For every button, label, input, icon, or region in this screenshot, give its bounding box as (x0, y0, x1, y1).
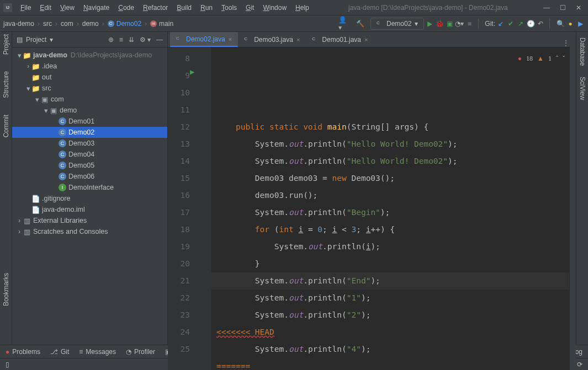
tab-demo01-java[interactable]: CDemo01.java× (306, 33, 374, 47)
left-tab-commit[interactable]: Commit (2, 115, 10, 137)
menu-build[interactable]: Build (173, 2, 195, 13)
git-commit-icon[interactable]: ✔ (506, 19, 515, 28)
tree-gitignore[interactable]: 📄.gitignore (12, 193, 167, 204)
crumb-src[interactable]: src (43, 20, 52, 28)
maximize-icon[interactable]: ☐ (560, 4, 566, 12)
tree-com[interactable]: ▾▣com (12, 94, 167, 105)
code-line-17[interactable]: } (211, 255, 569, 272)
tree-arrow-icon[interactable]: ▾ (42, 106, 50, 115)
code-line-9[interactable]: public static void main(String[] args) { (211, 119, 569, 136)
menu-run[interactable]: Run (197, 2, 216, 13)
menu-edit[interactable]: Edit (36, 2, 55, 13)
minimize-icon[interactable]: — (543, 4, 550, 12)
gutter[interactable]: 8910111213141516171819202122232425 (168, 47, 200, 370)
menu-code[interactable]: Code (114, 2, 138, 13)
tree-iml[interactable]: 📄java-demo.iml (12, 204, 167, 215)
tree-class-demo02[interactable]: CDemo02 (12, 127, 167, 138)
menu-help[interactable]: Help (292, 2, 313, 13)
tree-arrow-icon[interactable]: ▾ (15, 51, 23, 60)
status-icon[interactable]: ▯ (6, 361, 9, 368)
sync-icon[interactable]: ⟳ (577, 361, 582, 368)
tab-demo03-java[interactable]: CDemo03.java× (238, 33, 306, 47)
code-line-10[interactable]: System.out.println("Hello World! Demo02"… (211, 136, 569, 153)
menu-refactor[interactable]: Refactor (139, 2, 172, 13)
code-line-22[interactable]: System.out.println("4"); (211, 341, 569, 358)
crumb-method[interactable]: main (159, 20, 173, 28)
tree-arrow-icon[interactable]: › (15, 228, 23, 235)
debug-icon[interactable]: 🐞 (435, 19, 444, 28)
project-tree[interactable]: ▾📁java-demoD:\IdeaProjects\java-demo›📁.i… (12, 47, 167, 345)
code-line-8[interactable] (211, 101, 569, 119)
menu-tools[interactable]: Tools (218, 2, 241, 13)
tree-out[interactable]: 📁out (12, 72, 167, 83)
ide-settings-icon[interactable]: ● (566, 19, 575, 28)
tool-messages[interactable]: ≡Messages (79, 348, 116, 356)
git-push-icon[interactable]: ↗ (516, 19, 525, 28)
run-config-select[interactable]: C Demo02 ▾ (370, 18, 424, 30)
tree-class-demo01[interactable]: CDemo01 (12, 116, 167, 127)
close-tab-icon[interactable]: × (296, 36, 300, 43)
tree-demo[interactable]: ▾▣demo (12, 105, 167, 116)
source[interactable]: ●18 ▲1 ˆ ˇ public static void main(Strin… (211, 47, 569, 370)
run-gutter-icon[interactable]: ▶ (190, 67, 194, 76)
menu-git[interactable]: Git (242, 2, 258, 13)
tree-class-demo06[interactable]: CDemo06 (12, 171, 167, 182)
user-icon[interactable]: 👤▾ (338, 19, 347, 28)
chevron-up-icon[interactable]: ˆ (556, 50, 558, 67)
tabs-more-icon[interactable]: ⋮ (558, 39, 574, 47)
right-tab-database[interactable]: Database (579, 37, 586, 66)
tool-profiler[interactable]: ◔Profiler (126, 348, 155, 356)
tree-class-demo05[interactable]: CDemo05 (12, 160, 167, 171)
tree-arrow-icon[interactable]: › (15, 217, 23, 224)
code-line-23[interactable]: ======= (211, 358, 569, 370)
left-tab-bookmarks[interactable]: Bookmarks (2, 273, 10, 306)
tab-demo02-java[interactable]: CDemo02.java× (170, 32, 238, 47)
code-line-12[interactable]: Demo03 demo03 = new Demo03(); (211, 170, 569, 187)
close-tab-icon[interactable]: × (229, 36, 232, 42)
chevron-down-icon[interactable]: ▾ (50, 36, 53, 44)
search-icon[interactable]: 🔍 (556, 19, 565, 28)
close-icon[interactable]: ✕ (576, 4, 581, 12)
git-rollback-icon[interactable]: ↶ (536, 19, 545, 28)
left-tab-structure[interactable]: Structure (2, 71, 10, 98)
close-tab-icon[interactable]: × (364, 36, 368, 43)
crumb-demo[interactable]: demo (82, 20, 99, 28)
tree-scratches[interactable]: ›▥Scratches and Consoles (12, 226, 167, 237)
code-editor[interactable]: 8910111213141516171819202122232425 ●18 ▲… (168, 47, 576, 370)
menu-file[interactable]: File (17, 2, 35, 13)
tree-idea[interactable]: ›📁.idea (12, 61, 167, 72)
code-line-15[interactable]: for (int i = 0; i < 3; i++) { (211, 221, 569, 238)
build-icon[interactable]: 🔨 (356, 19, 365, 28)
select-opened-icon[interactable]: ⊕ (108, 36, 114, 44)
tree-src[interactable]: ▾📁src (12, 83, 167, 94)
code-line-20[interactable]: System.out.println("2"); (211, 307, 569, 324)
menu-navigate[interactable]: Navigate (80, 2, 113, 13)
tool-problems[interactable]: ●Problems (6, 348, 40, 356)
tool-git[interactable]: ⎇Git (50, 348, 69, 356)
coverage-icon[interactable]: ▣ (445, 19, 454, 28)
tree-interface[interactable]: IDemoInterface (12, 182, 167, 193)
left-tab-project[interactable]: Project (2, 34, 10, 55)
code-line-11[interactable]: System.out.println("Hello World! Demo02"… (211, 153, 569, 170)
crumb-class[interactable]: Demo02 (116, 20, 141, 28)
collapse-icon[interactable]: ⇊ (129, 36, 134, 44)
breadcrumb[interactable]: java-demo› src› com› demo› CDemo02› mmai… (3, 20, 173, 28)
crumb-project[interactable]: java-demo (3, 20, 34, 28)
profile-icon[interactable]: ◔▾ (455, 19, 464, 28)
chevron-down-icon[interactable]: ˇ (563, 50, 565, 67)
inspection-widget[interactable]: ●18 ▲1 ˆ ˇ (518, 50, 565, 67)
tree-external-libs[interactable]: ›▥External Libraries (12, 215, 167, 226)
code-line-18[interactable]: System.out.println("End"); (211, 272, 569, 289)
menu-window[interactable]: Window (259, 2, 290, 13)
gear-icon[interactable]: ⚙ ▾ (140, 36, 151, 44)
code-line-16[interactable]: System.out.println(i); (211, 238, 569, 255)
right-tab-sciview[interactable]: SciView (579, 77, 586, 100)
plugin-icon[interactable]: ▶ (576, 19, 585, 28)
code-line-14[interactable]: System.out.println("Begin"); (211, 204, 569, 221)
menu-view[interactable]: View (56, 2, 78, 13)
project-panel-title[interactable]: Project (26, 36, 46, 44)
tree-class-demo03[interactable]: CDemo03 (12, 138, 167, 149)
tree-class-demo04[interactable]: CDemo04 (12, 149, 167, 160)
tree-root[interactable]: ▾📁java-demoD:\IdeaProjects\java-demo (12, 50, 167, 61)
git-history-icon[interactable]: 🕘 (526, 19, 535, 28)
